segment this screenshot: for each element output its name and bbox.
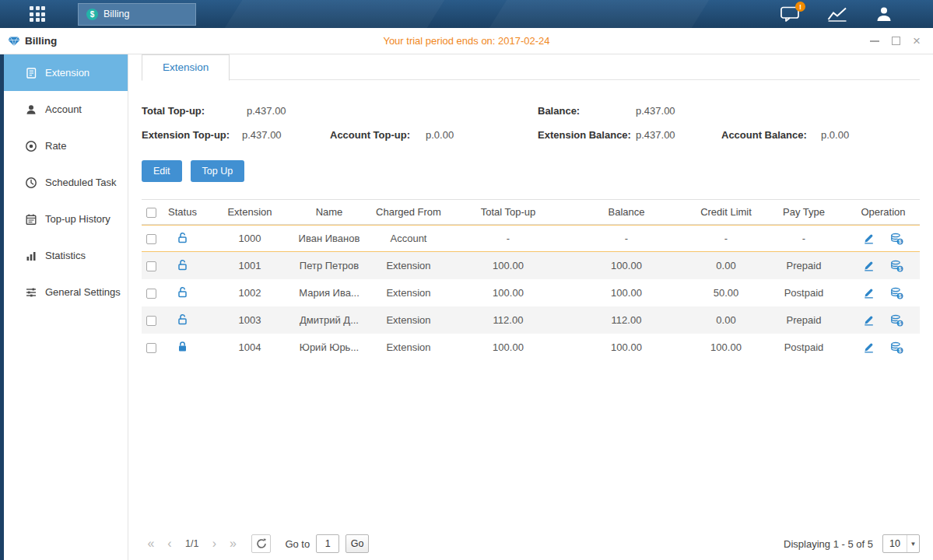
- edit-button[interactable]: Edit: [142, 160, 182, 182]
- reports-chart-icon[interactable]: [827, 6, 847, 22]
- page-info: 1/1: [185, 538, 198, 549]
- apps-grid-icon[interactable]: [30, 6, 45, 22]
- row-checkbox[interactable]: [146, 234, 156, 244]
- sidebar-item-label: Extension: [45, 67, 89, 79]
- refresh-icon[interactable]: [251, 534, 271, 553]
- table-row[interactable]: 1000 Иван Иванов Account - - - -: [142, 225, 920, 252]
- page-size-value: 10: [883, 538, 907, 549]
- sidebar-item-label: General Settings: [45, 286, 121, 298]
- svg-text:$: $: [899, 292, 902, 299]
- pay-type-cell: Postpaid: [761, 334, 847, 361]
- balance-value: p.437.00: [636, 99, 675, 123]
- topbar-billing-tab[interactable]: $ Billing: [78, 3, 196, 26]
- table-row[interactable]: 1003 Дмитрий Д... Extension 112.00 112.0…: [142, 306, 920, 334]
- account-topup-value: p.0.00: [426, 123, 454, 147]
- svg-text:$: $: [899, 265, 902, 271]
- page-size-select[interactable]: 10 ▼: [882, 534, 920, 553]
- first-page-icon[interactable]: «: [142, 534, 160, 553]
- table-row[interactable]: 1001 Петр Петров Extension 100.00 100.00…: [142, 252, 920, 279]
- header-status: Status: [161, 199, 204, 225]
- last-page-icon[interactable]: »: [223, 534, 242, 553]
- total-topup-cell: 100.00: [454, 279, 562, 306]
- edit-row-icon[interactable]: [863, 260, 875, 271]
- status-icon: [177, 340, 188, 352]
- minimize-icon[interactable]: [870, 40, 879, 42]
- prev-page-icon[interactable]: ‹: [160, 534, 179, 553]
- topbar-billing-tab-label: Billing: [103, 9, 129, 19]
- sidebar-item-general-settings[interactable]: General Settings: [4, 274, 128, 310]
- top-up-row-icon[interactable]: $: [890, 260, 903, 272]
- table-row[interactable]: 1004 Юрий Юрь... Extension 100.00 100.00…: [142, 334, 920, 361]
- sidebar-item-extension[interactable]: Extension: [4, 54, 128, 91]
- tab-extension[interactable]: Extension: [142, 54, 230, 81]
- edit-row-icon[interactable]: [863, 233, 875, 244]
- trial-notice: Your trial period ends on: 2017-02-24: [0, 35, 933, 47]
- top-up-row-icon[interactable]: $: [890, 314, 903, 327]
- close-icon[interactable]: ×: [913, 37, 921, 45]
- name-cell: Петр Петров: [296, 252, 363, 279]
- svg-text:$: $: [899, 238, 902, 244]
- status-icon: [177, 258, 188, 271]
- row-checkbox[interactable]: [146, 261, 156, 271]
- header-name: Name: [296, 199, 363, 225]
- billing-gem-icon: [8, 35, 20, 47]
- total-topup-value: p.437.00: [247, 99, 286, 123]
- header-extension: Extension: [204, 199, 296, 225]
- name-cell: Мария Ива...: [296, 279, 363, 306]
- sidebar-item-rate[interactable]: Rate: [4, 128, 128, 164]
- top-up-button[interactable]: Top Up: [191, 160, 245, 182]
- chevron-down-icon: ▼: [907, 535, 919, 552]
- displaying-info: Displaying 1 - 5 of 5: [784, 538, 873, 550]
- top-up-row-icon[interactable]: $: [890, 287, 903, 299]
- select-all-checkbox[interactable]: [146, 208, 156, 218]
- name-cell: Дмитрий Д...: [296, 306, 363, 334]
- extension-cell: 1004: [204, 334, 296, 361]
- messages-icon[interactable]: !: [780, 6, 799, 22]
- credit-limit-cell: 50.00: [691, 279, 761, 306]
- table-header-row: Status Extension Name Charged From Total…: [142, 199, 920, 225]
- edit-row-icon[interactable]: [863, 314, 875, 326]
- row-checkbox[interactable]: [146, 316, 156, 326]
- notification-badge: !: [795, 2, 805, 12]
- total-topup-cell: 100.00: [454, 334, 562, 361]
- extension-balance-label: Extension Balance:: [538, 123, 631, 147]
- total-topup-cell: 112.00: [454, 306, 562, 334]
- topbar-decoration: [489, 0, 709, 28]
- scheduled-task-icon: [25, 177, 37, 189]
- sidebar-item-scheduled-task[interactable]: Scheduled Task: [4, 164, 128, 201]
- sidebar-item-topup-history[interactable]: Top-up History: [4, 201, 128, 237]
- pay-type-cell: Postpaid: [761, 279, 847, 306]
- sidebar: Extension Account Rate: [0, 54, 128, 560]
- next-page-icon[interactable]: ›: [205, 534, 223, 553]
- credit-limit-cell: -: [691, 225, 761, 252]
- account-topup-label: Account Top-up:: [330, 123, 410, 147]
- top-up-row-icon[interactable]: $: [890, 341, 903, 354]
- main-content: Extension Total Top-up: p.437.00 Balance…: [128, 54, 933, 560]
- pay-type-cell: -: [761, 225, 847, 252]
- edit-row-icon[interactable]: [863, 341, 875, 353]
- credit-limit-cell: 0.00: [691, 306, 761, 334]
- svg-text:$: $: [899, 347, 902, 353]
- lock-open-icon: [177, 313, 188, 325]
- sidebar-item-statistics[interactable]: Statistics: [4, 237, 128, 274]
- extension-cell: 1000: [204, 225, 296, 252]
- row-checkbox[interactable]: [146, 289, 156, 299]
- account-balance-value: p.0.00: [821, 123, 849, 147]
- row-checkbox[interactable]: [146, 343, 156, 353]
- topup-history-icon: [25, 213, 37, 226]
- extension-table-body: 1000 Иван Иванов Account - - - -: [142, 225, 920, 361]
- top-up-row-icon[interactable]: $: [890, 233, 903, 245]
- extension-icon: [25, 67, 37, 79]
- maximize-icon[interactable]: [892, 37, 900, 45]
- sidebar-item-label: Rate: [45, 140, 66, 152]
- user-account-icon[interactable]: [875, 5, 893, 23]
- lock-open-icon: [177, 285, 188, 298]
- edit-row-icon[interactable]: [863, 287, 875, 299]
- goto-page-input[interactable]: [316, 534, 339, 553]
- topbar: $ Billing !: [0, 0, 933, 28]
- total-topup-cell: -: [454, 225, 562, 252]
- billing-summary: Total Top-up: p.437.00 Balance: p.437.00…: [142, 99, 920, 147]
- table-row[interactable]: 1002 Мария Ива... Extension 100.00 100.0…: [142, 279, 920, 306]
- sidebar-item-account[interactable]: Account: [4, 91, 128, 128]
- go-button[interactable]: Go: [345, 534, 369, 553]
